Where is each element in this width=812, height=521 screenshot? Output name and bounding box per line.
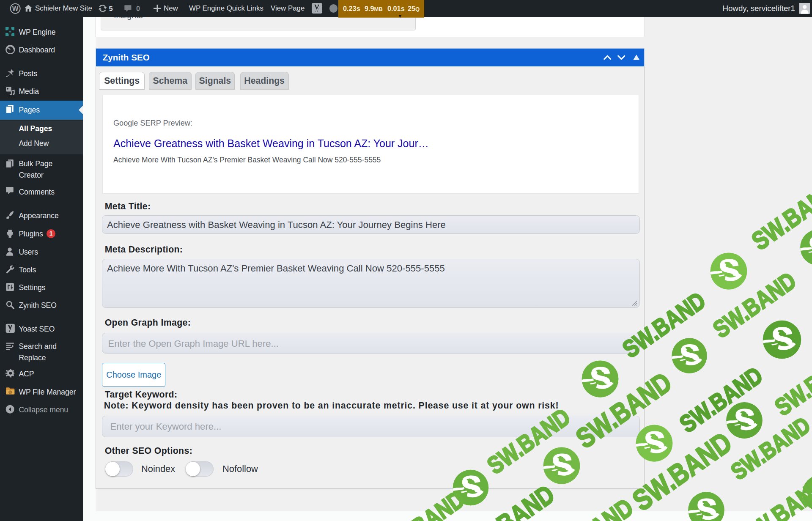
svg-text:W: W: [12, 5, 19, 12]
svg-text:W: W: [9, 391, 12, 394]
